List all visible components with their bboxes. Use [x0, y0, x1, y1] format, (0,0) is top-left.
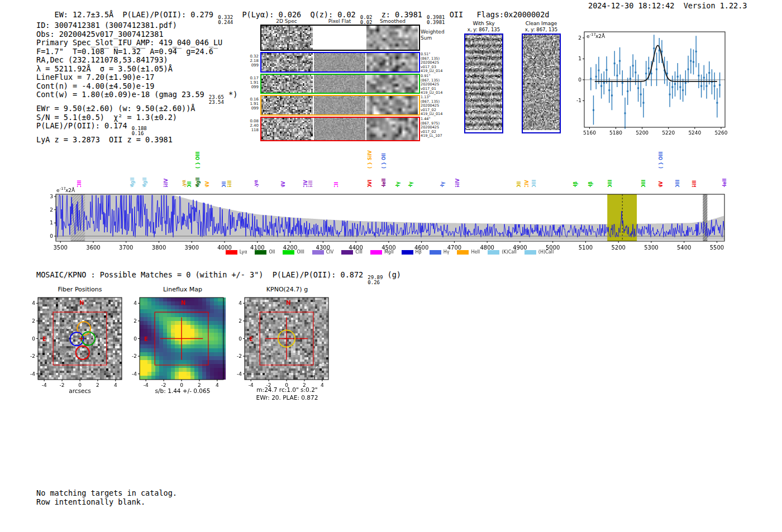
- fiber-positions-xlabel: arcsecs: [27, 387, 133, 394]
- cutout-col-header-2dspec: 2D Spec: [260, 18, 313, 24]
- info-line: Primary Spec_Slot_IFU_AMP: 419_040_046_L…: [36, 39, 237, 47]
- cutout-cell-image: [314, 75, 365, 93]
- legend-item: CIII: [341, 250, 363, 255]
- lineflux-map-xlabel: s/b: 1.44 +/- 0.065: [130, 387, 236, 394]
- legend-label: CIV: [326, 250, 333, 255]
- stacked-range: 29.890.26: [368, 275, 383, 285]
- legend-swatch: [524, 250, 536, 255]
- kpno-xlabel-2: EWr: 20. PLAE: 0.872: [234, 394, 340, 401]
- cutout-right-labels: 0.51"(867, 135)20200425v017_03419_LU_014: [421, 52, 456, 74]
- legend-label: HeII: [471, 250, 480, 255]
- spectrum-legend: LyαOIIOIIICIVCIIIMgIIHβHγHeII(K)CaII(H)C…: [53, 250, 726, 255]
- cutout-cell-image: [366, 96, 418, 114]
- withsky-image-frame: [464, 33, 503, 133]
- cutout-cell-image: [314, 26, 365, 50]
- header-qz: Q(z): 0.02: [310, 10, 360, 19]
- info-line: Cont(w) = 1.80(±0.09)e-18 (gmag 23.59 23…: [36, 90, 237, 104]
- cutout-cell-image: [261, 118, 313, 140]
- cutout-left-labels: 0.082.40118: [247, 119, 259, 132]
- legend-swatch: [370, 250, 382, 255]
- legend-item: HeII: [457, 250, 480, 255]
- cutout-cell-image: [261, 96, 313, 114]
- legend-swatch: [341, 250, 353, 255]
- spectral-line-label: ( } SiIV: [368, 150, 373, 169]
- legend-item: (H)CaII: [524, 250, 554, 255]
- spectral-line-label: ( } OIII: [196, 151, 201, 169]
- legend-swatch: [283, 250, 294, 255]
- cutout-left-labels: 0.322.18099: [247, 54, 259, 68]
- cutout-cell-image: [261, 53, 313, 71]
- cutout-right-labels: 1.13"(867, 135)20200425v017_02419_LU_014: [421, 95, 456, 117]
- cutout-cell-image: [314, 96, 365, 114]
- legend-swatch: [488, 250, 499, 255]
- cutout-left-labels: 0.171.91099: [247, 76, 259, 89]
- legend-item: Hγ: [430, 250, 450, 255]
- kpno-xlabel-1: m:24.7 rc:1.0" s:0.2": [234, 386, 340, 393]
- withsky-coords: x, y: 867, 135: [459, 27, 509, 32]
- footer-line: Row intentionally blank.: [36, 498, 177, 507]
- cutout-cell-image: [314, 118, 365, 140]
- cutout-row: [260, 95, 420, 116]
- legend-label: (H)CaII: [538, 250, 554, 255]
- cutout-right-labels: 0.91"(867, 135)20200425v017_01419_LU_014: [421, 74, 456, 95]
- header-z-range: 0.39810.3981: [427, 15, 445, 25]
- cutout-row: [260, 117, 420, 141]
- full-spectrum-plot: [47, 187, 732, 253]
- cleanimage-title: Clean Image: [516, 21, 566, 26]
- legend-item: Hβ: [402, 250, 422, 255]
- elixer-report-page: EW: 12.7±3.5Å P(LAE)/P(OII): 0.279 0.332…: [0, 0, 782, 532]
- legend-item: CIV: [312, 250, 333, 255]
- catalog-matches-line: MOSAIC/KPNO : Possible Matches = 0 (with…: [36, 270, 401, 285]
- stacked-range: 0.1880.16: [132, 126, 147, 136]
- header-plya: P(Lyα): 0.026: [233, 10, 310, 19]
- cutout-cell-image: [366, 118, 418, 140]
- footer-notes: No matching targets in catalog.Row inten…: [36, 489, 177, 506]
- cutout-cell-image: [366, 53, 418, 71]
- info-line: S/N = 5.1(±0.5) χ² = 1.3(±0.2): [36, 113, 237, 122]
- header-plae: P(LAE)/P(OII): 0.279: [122, 10, 218, 19]
- legend-item: MgII: [370, 250, 394, 255]
- legend-label: OIII: [297, 250, 304, 255]
- cutout-col-header-pixelflat: Pixel Flat: [313, 18, 366, 24]
- cutout-cell-image: [366, 75, 418, 93]
- info-line: λ = 5211.92Å σ = 3.50(±1.05)Å: [36, 65, 237, 74]
- legend-swatch: [312, 250, 324, 255]
- legend-swatch: [457, 250, 469, 255]
- legend-item: (K)CaII: [488, 250, 517, 255]
- cutout-cell-image: [366, 26, 418, 50]
- cutout-right-labels: WeightedSum: [421, 29, 456, 41]
- withsky-image: [465, 35, 502, 130]
- object-info-block: ID: 3007412381 (3007412381.pdf)Obs: 2020…: [36, 21, 237, 145]
- cutout-left-labels: 0.161.91099: [247, 97, 259, 111]
- cleanimage-frame: [522, 33, 561, 133]
- legend-swatch: [255, 250, 266, 255]
- stacked-range: 23.6523.54: [209, 95, 224, 104]
- cutout-row: [260, 52, 420, 73]
- info-line: F=1.7" T=0.10̅8̅ N=1.3̅2̅ A=0.9̅4̅ g=24.…: [36, 47, 237, 56]
- info-line: LyA z = 3.2873 OII z = 0.3981: [36, 136, 237, 145]
- cleanimage-image: [523, 35, 560, 130]
- spectral-line-label: ( } OIII: [659, 151, 664, 169]
- info-line: Cont(n) = -4.00(±4.50)e-19: [36, 82, 237, 91]
- legend-label: Hγ: [444, 250, 450, 255]
- cutout-row: [260, 25, 420, 51]
- cutout-cell-image: [314, 53, 365, 71]
- header-z: z: 0.3981: [372, 10, 427, 19]
- legend-label: (K)CaII: [502, 250, 517, 255]
- cutout-cell-image: [261, 26, 313, 50]
- cutout-cell-image: [261, 75, 313, 93]
- spectral-line-label: ( } OII: [382, 153, 387, 169]
- line-fit-plot: [574, 28, 731, 137]
- info-line: LineFlux = 7.20(±1.90)e-17: [36, 73, 237, 82]
- legend-label: OII: [269, 250, 275, 255]
- info-line: EWr = 9.50(±2.60) (w: 9.50(±2.60))Å: [36, 104, 237, 113]
- legend-label: CIII: [355, 250, 363, 255]
- cutout-right-labels: 1.44"(867, 975)20200425v017_02419_LL_107: [421, 117, 456, 138]
- lineflux-map-plot: [127, 293, 231, 390]
- footer-line: No matching targets in catalog.: [36, 489, 177, 498]
- legend-item: Lyα: [226, 250, 247, 255]
- info-line: P(LAE)/P(OII): 0.174 0.1880.16: [36, 122, 237, 136]
- withsky-title: With Sky: [459, 21, 509, 26]
- header-timestamp-version: 2024-12-30 18:12:42 Version 1.22.3: [588, 1, 747, 10]
- header-flags: Flags:0x2000002d: [476, 10, 549, 19]
